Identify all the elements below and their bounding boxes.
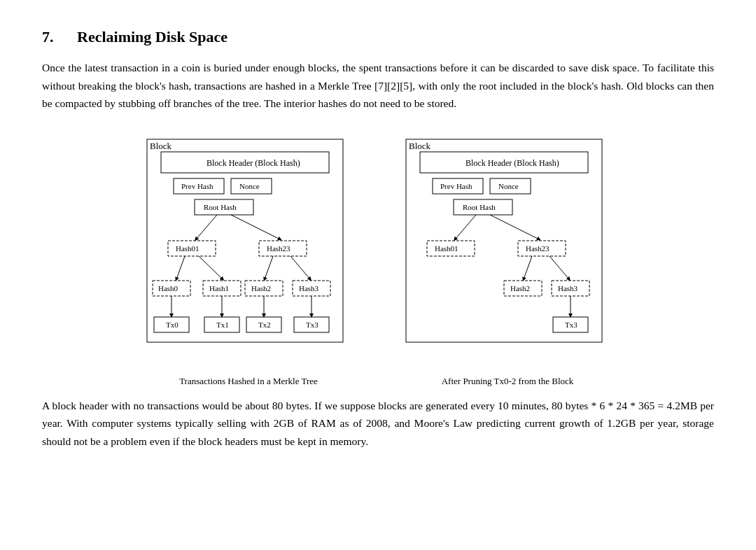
footer-paragraph: A block header with no transactions woul… bbox=[42, 397, 714, 451]
intro-paragraph: Once the latest transaction in a coin is… bbox=[42, 59, 714, 113]
left-hash3: Hash3 bbox=[299, 284, 319, 292]
svg-line-34 bbox=[524, 256, 532, 279]
left-caption: Transactions Hashed in a Merkle Tree bbox=[179, 376, 318, 387]
svg-line-31 bbox=[490, 215, 539, 239]
right-root-hash: Root Hash bbox=[463, 203, 496, 211]
right-caption: After Pruning Tx0-2 from the Block bbox=[442, 376, 574, 387]
svg-line-6 bbox=[231, 215, 280, 239]
left-root-hash: Root Hash bbox=[204, 203, 237, 211]
left-hash01: Hash01 bbox=[176, 244, 200, 253]
svg-line-30 bbox=[455, 215, 476, 239]
right-block-label: Block bbox=[409, 141, 431, 151]
svg-line-10 bbox=[199, 256, 223, 279]
right-hash01: Hash01 bbox=[435, 244, 458, 253]
right-hash23: Hash23 bbox=[526, 244, 550, 253]
svg-line-12 bbox=[290, 256, 310, 279]
svg-line-5 bbox=[196, 215, 217, 239]
left-hash1: Hash1 bbox=[209, 284, 229, 292]
right-diagram: Block Block Header (Block Hash) Prev Has… bbox=[399, 132, 616, 387]
left-nonce: Nonce bbox=[239, 182, 260, 190]
left-tx3: Tx3 bbox=[306, 320, 318, 329]
left-hash2: Hash2 bbox=[251, 284, 271, 292]
right-prev-hash: Prev Hash bbox=[440, 182, 472, 190]
section-number: 7. bbox=[42, 28, 63, 46]
svg-line-35 bbox=[550, 256, 569, 279]
svg-line-9 bbox=[176, 256, 185, 279]
diagrams-container: Block Block Header (Block Hash) Prev Has… bbox=[42, 132, 714, 387]
left-tx1: Tx1 bbox=[216, 320, 229, 329]
right-hash3: Hash3 bbox=[558, 284, 578, 292]
left-hash23: Hash23 bbox=[267, 244, 290, 253]
left-header-label: Block Header (Block Hash) bbox=[206, 158, 300, 168]
right-tx3: Tx3 bbox=[565, 320, 578, 329]
left-block-label: Block bbox=[150, 141, 172, 151]
left-hash0: Hash0 bbox=[158, 284, 178, 292]
section-title: Reclaiming Disk Space bbox=[77, 28, 227, 46]
left-diagram: Block Block Header (Block Hash) Prev Has… bbox=[140, 132, 357, 387]
right-nonce: Nonce bbox=[498, 182, 519, 190]
svg-line-11 bbox=[265, 256, 273, 279]
left-tx0: Tx0 bbox=[166, 320, 178, 329]
left-prev-hash: Prev Hash bbox=[181, 182, 214, 190]
right-header-label: Block Header (Block Hash) bbox=[465, 158, 559, 168]
left-tx2: Tx2 bbox=[258, 320, 271, 329]
right-hash2: Hash2 bbox=[510, 284, 530, 292]
